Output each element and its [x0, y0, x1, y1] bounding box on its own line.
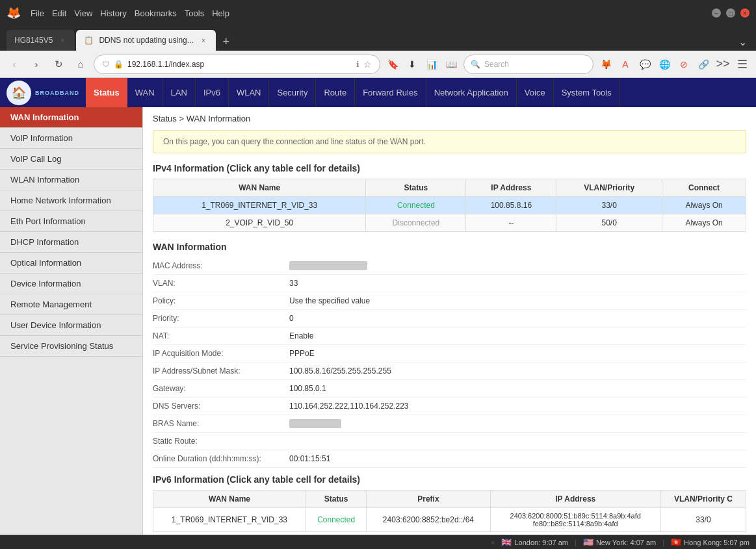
sidebar-item-service-prov[interactable]: Service Provisioning Status — [0, 336, 142, 357]
home-button[interactable]: ⌂ — [72, 55, 90, 73]
table-row[interactable]: 1_TR069_INTERNET_R_VID_33 Connected 2403… — [153, 508, 746, 532]
sidebar-item-dhcp-info[interactable]: DHCP Information — [0, 232, 142, 253]
ipv4-row2-wan-name[interactable]: 2_VOIP_R_VID_50 — [153, 214, 366, 232]
sidebar-item-eth-port[interactable]: Eth Port Information — [0, 211, 142, 232]
ipv4-row1-connect[interactable]: Always On — [662, 197, 746, 214]
nav-ipv6[interactable]: IPv6 — [196, 78, 229, 107]
ip-mode-label: IP Acquisition Mode: — [153, 345, 283, 363]
tab-icon: 📋 — [84, 36, 94, 45]
nav-system-tools[interactable]: System Tools — [554, 78, 620, 107]
nav-wlan[interactable]: WLAN — [229, 78, 270, 107]
sidebar-item-home-network[interactable]: Home Network Information — [0, 190, 142, 211]
link-icon[interactable]: 🔗 — [695, 56, 712, 73]
table-row: Policy: Use the specified value — [153, 292, 746, 310]
static-route-label: Static Route: — [153, 433, 283, 450]
nav-lan[interactable]: LAN — [163, 78, 196, 107]
back-button[interactable]: ‹ — [5, 55, 23, 73]
ip-subnet-value: 100.85.8.16/255.255.255.255 — [283, 363, 746, 380]
ipv6-row1-status[interactable]: Connected — [306, 508, 367, 532]
bookmark-icon[interactable]: ☆ — [363, 59, 372, 70]
sidebar-item-device-info[interactable]: Device Information — [0, 274, 142, 294]
title-bar-menu: File Edit View History Bookmarks Tools H… — [31, 8, 229, 18]
ipv6-row1-prefix[interactable]: 2403:6200:8852:be2d::/64 — [367, 508, 490, 532]
maximize-button[interactable]: □ — [726, 8, 735, 18]
ipv4-row1-status[interactable]: Connected — [366, 197, 466, 214]
url-display[interactable]: 192.168.1.1/index.asp — [127, 60, 352, 69]
menu-edit[interactable]: Edit — [52, 8, 66, 18]
ipv4-row1-ip[interactable]: 100.85.8.16 — [466, 197, 556, 214]
sidebar-item-user-device[interactable]: User Device Information — [0, 315, 142, 336]
table-row[interactable]: 1_TR069_INTERNET_R_VID_33 Connected 100.… — [153, 197, 746, 214]
ipv4-row1-vlan[interactable]: 33/0 — [556, 197, 662, 214]
wan-info-section-title: WAN Information — [153, 242, 746, 252]
tab-close-2[interactable]: × — [199, 36, 208, 45]
hamburger-menu[interactable]: ☰ — [734, 56, 751, 73]
translate-icon[interactable]: 🌐 — [656, 56, 673, 73]
ipv4-col-ip: IP Address — [466, 179, 556, 197]
sidebar-item-wlan-info[interactable]: WLAN Information — [0, 170, 142, 190]
nav-forward-rules[interactable]: Forward Rules — [355, 78, 426, 107]
menu-view[interactable]: View — [74, 8, 92, 18]
ipv6-row1-wan-name[interactable]: 1_TR069_INTERNET_R_VID_33 — [153, 508, 306, 532]
menu-bookmarks[interactable]: Bookmarks — [135, 8, 177, 18]
nav-bar: ‹ › ↻ ⌂ 🛡 🔒 192.168.1.1/index.asp ℹ ☆ 🔖 … — [0, 51, 756, 78]
chat-icon[interactable]: 💬 — [636, 56, 653, 73]
nav-wan[interactable]: WAN — [127, 78, 163, 107]
menu-file[interactable]: File — [31, 8, 44, 18]
tab-hg8145v5[interactable]: HG8145V5 × — [7, 30, 75, 51]
search-bar[interactable]: 🔍 Search — [463, 55, 593, 74]
sidebar-item-remote-mgmt[interactable]: Remote Management — [0, 294, 142, 315]
ipv4-row2-vlan[interactable]: 50/0 — [556, 214, 662, 232]
status-nav-item[interactable]: Status — [86, 78, 127, 107]
london-time: London: 9:07 am — [514, 539, 568, 546]
nav-voice[interactable]: Voice — [517, 78, 554, 107]
acrobat-icon[interactable]: A — [617, 56, 634, 73]
title-bar-controls: − □ × — [712, 8, 749, 18]
hongkong-time: Hong Kong: 5:07 pm — [684, 539, 749, 546]
ipv4-row2-connect[interactable]: Always On — [662, 214, 746, 232]
table-row[interactable]: 2_VOIP_R_VID_50 Disconnected -- 50/0 Alw… — [153, 214, 746, 232]
tab-label: DDNS not updating using... — [99, 36, 193, 45]
menu-history[interactable]: History — [100, 8, 126, 18]
close-button[interactable]: × — [740, 8, 749, 18]
ipv4-row2-ip[interactable]: -- — [466, 214, 556, 232]
newyork-time: New York: 4:07 am — [596, 539, 656, 546]
sidebar-item-optical-info[interactable]: Optical Information — [0, 253, 142, 274]
tab-overflow-chevron[interactable]: ⌄ — [736, 33, 749, 51]
sidebar-item-voip-info[interactable]: VoIP Information — [0, 128, 142, 149]
ipv4-row2-status[interactable]: Disconnected — [366, 214, 466, 232]
reader-view-button[interactable]: 📖 — [443, 56, 460, 73]
nav-network-app[interactable]: Network Application — [426, 78, 517, 107]
dns-value: 110.164.252.222,110.164.252.223 — [283, 398, 746, 415]
ipv6-col-prefix: Prefix — [367, 491, 490, 508]
online-duration-value: 00:01:15:51 — [283, 450, 746, 468]
ipv6-row1-ip[interactable]: 2403:6200:8000:51:b89c:5114:8a9b:4afd fe… — [490, 508, 660, 532]
sidebar-item-voip-call-log[interactable]: VoIP Call Log — [0, 149, 142, 170]
ipv4-col-status: Status — [366, 179, 466, 197]
block-icon[interactable]: ⊘ — [675, 56, 692, 73]
reload-button[interactable]: ↻ — [49, 55, 68, 73]
ipv6-row1-vlan[interactable]: 33/0 — [660, 508, 746, 532]
nav-security[interactable]: Security — [269, 78, 316, 107]
minimize-button[interactable]: − — [712, 8, 721, 18]
menu-tools[interactable]: Tools — [185, 8, 204, 18]
new-tab-button[interactable]: + — [217, 32, 235, 51]
ipv4-table: WAN Name Status IP Address VLAN/Priority… — [153, 179, 746, 232]
synced-tabs-button[interactable]: 📊 — [423, 56, 440, 73]
sidebar-item-wan-info[interactable]: WAN Information — [0, 107, 142, 128]
ipv4-col-wan-name: WAN Name — [153, 179, 366, 197]
download-button[interactable]: ⬇ — [404, 56, 421, 73]
pocket-button[interactable]: 🔖 — [384, 56, 401, 73]
ipv4-row1-wan-name[interactable]: 1_TR069_INTERNET_R_VID_33 — [153, 197, 366, 214]
table-row: BRAS Name: — [153, 415, 746, 433]
firefox-account-button[interactable]: 🦊 — [597, 56, 614, 73]
extensions-overflow[interactable]: >> — [714, 56, 731, 73]
table-row: Gateway: 100.85.0.1 — [153, 380, 746, 398]
tab-ddns[interactable]: 📋 DDNS not updating using... × — [76, 30, 215, 51]
menu-help[interactable]: Help — [212, 8, 229, 18]
status-newyork: 🇺🇸 New York: 4:07 am — [583, 537, 656, 547]
address-bar[interactable]: 🛡 🔒 192.168.1.1/index.asp ℹ ☆ — [94, 55, 380, 74]
tab-close-1[interactable]: × — [58, 36, 67, 45]
forward-button[interactable]: › — [27, 55, 46, 73]
nav-route[interactable]: Route — [316, 78, 355, 107]
